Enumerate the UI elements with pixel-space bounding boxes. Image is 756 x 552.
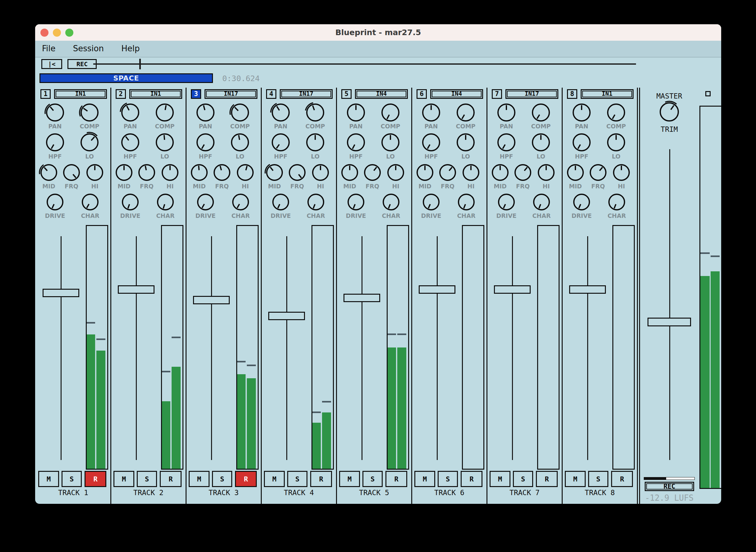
lo-knob-track-4[interactable] (304, 131, 326, 154)
fader-handle-track-2[interactable] (118, 285, 154, 294)
mid-knob-dial-track-5[interactable] (340, 162, 360, 183)
mid-knob-track-8[interactable] (565, 162, 586, 184)
track-number-7[interactable]: 7 (492, 89, 502, 99)
hpf-knob-track-2[interactable] (119, 131, 141, 154)
mute-button-track-2[interactable]: M (113, 471, 134, 487)
record-button-track-8[interactable]: R (611, 471, 633, 487)
drive-knob-track-3[interactable] (195, 192, 216, 214)
fader-handle-track-5[interactable] (344, 294, 380, 302)
char-knob-dial-track-8[interactable] (607, 192, 627, 212)
fader-handle-track-6[interactable] (419, 285, 456, 294)
hpf-knob-track-5[interactable] (345, 131, 367, 154)
drive-knob-dial-track-2[interactable] (120, 192, 140, 212)
char-knob-track-3[interactable] (230, 192, 251, 214)
comp-knob-dial-track-4[interactable] (304, 102, 326, 123)
record-button-track-5[interactable]: R (385, 471, 407, 487)
hi-knob-track-5[interactable] (385, 162, 406, 184)
char-knob-dial-track-2[interactable] (155, 192, 176, 212)
char-knob-track-4[interactable] (305, 192, 326, 214)
hi-knob-dial-track-3[interactable] (235, 162, 256, 183)
hi-knob-dial-track-6[interactable] (461, 162, 481, 183)
master-rec-button[interactable]: REC (645, 482, 694, 491)
drive-knob-dial-track-5[interactable] (346, 192, 366, 212)
lo-knob-track-8[interactable] (605, 131, 627, 154)
drive-knob-dial-track-7[interactable] (496, 192, 517, 212)
hpf-knob-dial-track-5[interactable] (345, 131, 367, 153)
record-button-track-6[interactable]: R (461, 471, 483, 487)
hpf-knob-track-3[interactable] (195, 131, 216, 154)
track-number-1[interactable]: 1 (40, 89, 51, 99)
hpf-knob-dial-track-2[interactable] (119, 131, 141, 153)
frq-knob-track-1[interactable] (61, 162, 82, 184)
hi-knob-track-3[interactable] (235, 162, 256, 184)
input-select-track-6[interactable]: IN4 (430, 89, 483, 99)
fader-handle-track-8[interactable] (569, 285, 606, 294)
hi-knob-dial-track-8[interactable] (611, 162, 632, 183)
frq-knob-dial-track-2[interactable] (136, 162, 157, 183)
input-select-track-5[interactable]: IN4 (355, 89, 408, 99)
lo-knob-track-5[interactable] (380, 131, 401, 154)
lo-knob-dial-track-6[interactable] (455, 131, 477, 153)
hpf-knob-dial-track-8[interactable] (571, 131, 593, 153)
pan-knob-track-2[interactable] (119, 102, 141, 125)
solo-button-track-7[interactable]: S (513, 471, 533, 487)
transport-record-button[interactable]: REC (68, 59, 97, 69)
char-knob-dial-track-1[interactable] (80, 192, 100, 212)
lo-knob-dial-track-2[interactable] (154, 131, 176, 153)
hi-knob-track-6[interactable] (461, 162, 481, 184)
record-button-track-1[interactable]: R (85, 471, 106, 487)
drive-knob-dial-track-4[interactable] (270, 192, 291, 212)
hi-knob-track-1[interactable] (85, 162, 105, 184)
hi-knob-track-8[interactable] (611, 162, 632, 184)
fader-handle-track-3[interactable] (193, 296, 230, 304)
pan-knob-dial-track-2[interactable] (119, 102, 141, 123)
hi-knob-dial-track-5[interactable] (385, 162, 406, 183)
char-knob-track-7[interactable] (531, 192, 552, 214)
lo-knob-track-3[interactable] (229, 131, 251, 154)
playhead-marker[interactable] (139, 59, 141, 69)
rewind-button[interactable]: |< (41, 59, 62, 69)
frq-knob-dial-track-1[interactable] (61, 162, 82, 183)
drive-knob-dial-track-3[interactable] (195, 192, 216, 212)
drive-knob-track-5[interactable] (346, 192, 366, 214)
mute-button-track-7[interactable]: M (490, 471, 510, 487)
frq-knob-track-8[interactable] (588, 162, 608, 184)
frq-knob-track-4[interactable] (287, 162, 307, 184)
pan-knob-track-5[interactable] (345, 102, 367, 125)
master-checkbox[interactable] (705, 91, 711, 96)
solo-button-track-5[interactable]: S (362, 471, 383, 487)
menu-item-help[interactable]: Help (121, 41, 140, 56)
space-play-button[interactable]: SPACE (39, 74, 213, 83)
track-number-3[interactable]: 3 (191, 89, 201, 99)
lo-knob-dial-track-7[interactable] (530, 131, 552, 153)
pan-knob-dial-track-1[interactable] (44, 102, 66, 123)
mid-knob-dial-track-1[interactable] (38, 162, 59, 183)
solo-button-track-4[interactable]: S (287, 471, 307, 487)
mute-button-track-8[interactable]: M (565, 471, 586, 487)
frq-knob-track-3[interactable] (212, 162, 232, 184)
lo-knob-dial-track-5[interactable] (380, 131, 401, 153)
drive-knob-track-6[interactable] (421, 192, 442, 214)
pan-knob-dial-track-7[interactable] (496, 102, 517, 123)
mid-knob-dial-track-8[interactable] (565, 162, 586, 183)
menu-item-file[interactable]: File (42, 41, 55, 56)
hpf-knob-dial-track-4[interactable] (270, 131, 291, 153)
mid-knob-track-1[interactable] (38, 162, 59, 184)
lo-knob-track-7[interactable] (530, 131, 552, 154)
char-knob-track-2[interactable] (155, 192, 176, 214)
comp-knob-track-6[interactable] (455, 102, 477, 125)
solo-button-track-6[interactable]: S (438, 471, 458, 487)
char-knob-track-1[interactable] (80, 192, 100, 214)
input-select-track-7[interactable]: IN17 (505, 89, 558, 99)
char-knob-track-6[interactable] (456, 192, 477, 214)
comp-knob-track-1[interactable] (79, 102, 100, 125)
comp-knob-track-2[interactable] (154, 102, 176, 125)
solo-button-track-1[interactable]: S (61, 471, 82, 487)
char-knob-dial-track-5[interactable] (381, 192, 401, 212)
frq-knob-dial-track-6[interactable] (437, 162, 458, 183)
drive-knob-track-8[interactable] (572, 192, 592, 214)
comp-knob-dial-track-3[interactable] (229, 102, 251, 123)
lo-knob-track-1[interactable] (79, 131, 100, 154)
drive-knob-track-7[interactable] (496, 192, 517, 214)
trim-knob[interactable] (658, 100, 681, 125)
